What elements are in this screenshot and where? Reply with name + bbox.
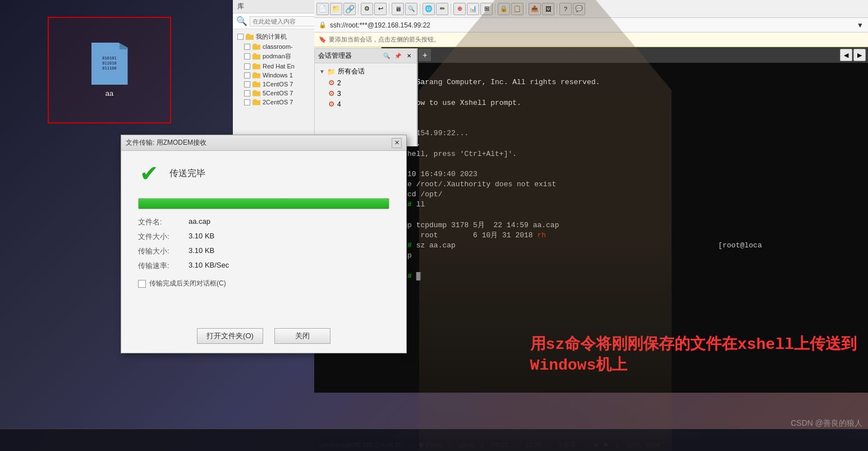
close-dialog-btn[interactable]: 关闭 [274, 328, 330, 344]
dialog-close-btn[interactable]: ✕ [392, 138, 402, 148]
session-panel-close-btn[interactable]: ✕ [405, 52, 414, 61]
toolbar-btn-8[interactable]: ⊕ [453, 3, 466, 15]
info-bar: 🔖 要添加当前会话，点击左侧的箭头按钮。 [314, 33, 868, 47]
tree-checkbox-4[interactable] [244, 81, 250, 88]
session-label-2: 2 [337, 79, 341, 87]
search-input[interactable] [250, 16, 316, 26]
tree-item-3[interactable]: Windows 1 [233, 71, 319, 80]
progress-bar-container [138, 198, 389, 209]
status-sep-5: │ [548, 441, 552, 448]
expand-icon: ▼ [319, 68, 325, 75]
session-item-3[interactable]: ⚙ 3 [315, 88, 417, 99]
status-term: xterm [459, 441, 475, 448]
csdn-watermark: CSDN @善良的狼人 [791, 418, 862, 429]
tree-checkbox-5[interactable] [244, 90, 250, 96]
toolbar-btn-7[interactable]: ✏ [436, 3, 448, 15]
tree-item-4[interactable]: 1CentOS 7 [233, 80, 319, 89]
desktop-file-icon[interactable]: 010101011010011100 aa [48, 17, 171, 123]
desktop: 010101011010011100 aa 库 🔍 我的计算机 classroo… [0, 0, 868, 451]
folder-icon-6 [252, 99, 260, 105]
session-panel-header: 会话管理器 🔍 📌 ✕ [315, 49, 417, 63]
toolbar-help-btn[interactable]: ? [559, 3, 572, 15]
file-manager-search[interactable]: 🔍 [233, 13, 319, 29]
address-text[interactable]: ssh://root:***@192.168.154.99:22 [330, 21, 853, 29]
toolbar-sep-5 [495, 3, 495, 15]
toolbar-btn-5[interactable]: 🔍 [405, 3, 417, 15]
checkmark-icon: ✔ [140, 160, 159, 186]
session-item-4[interactable]: ⚙ 4 [315, 99, 417, 109]
session-tree: ▼ 📁 所有会话 ⚙ 2 ⚙ 3 ⚙ 4 [315, 63, 417, 112]
lock-icon: 🔒 [319, 21, 327, 29]
toolbar-btn-6[interactable]: 🌐 [422, 3, 435, 15]
toolbar-btn-9[interactable]: 📊 [467, 3, 479, 15]
toolbar-btn-2[interactable]: ⚙ [361, 3, 373, 15]
status-nav-left[interactable]: ◀ [593, 441, 598, 448]
dialog-status-row: ✔ 传送完毕 [138, 162, 389, 190]
toolbar-btn-11[interactable]: 🔒 [498, 3, 510, 15]
tree-checkbox-2[interactable] [244, 63, 250, 70]
file-manager-tree: 我的计算机 classroom- podman容 Red Hat En Wind [233, 29, 319, 109]
address-dropdown-icon[interactable]: ▼ [857, 21, 864, 29]
tree-label-4: 1CentOS 7 [263, 81, 293, 88]
file-icon-graphic: 010101011010011100 [91, 43, 128, 85]
folder-icon-5 [252, 90, 260, 96]
folder-icon-2 [252, 63, 260, 70]
dialog-checkbox[interactable] [138, 280, 146, 288]
file-size-value: 3.10 KB [189, 232, 389, 242]
address-bar: 🔒 ssh://root:***@192.168.154.99:22 ▼ [314, 18, 868, 33]
folder-icon-4 [252, 81, 260, 88]
session-panel-title: 会话管理器 [318, 51, 352, 61]
session-panel-search-icon[interactable]: 🔍 [382, 52, 391, 61]
tree-item-5[interactable]: 5CentOS 7 [233, 89, 319, 98]
toolbar-btn-14[interactable]: 🖼 [542, 3, 554, 15]
tree-checkbox-6[interactable] [244, 99, 250, 105]
toolbar-btn-10[interactable]: ⊞ [480, 3, 493, 15]
taskbar [0, 429, 868, 451]
info-bar-text: 要添加当前会话，点击左侧的箭头按钮。 [329, 35, 440, 44]
transfer-rate-label: 传输速率: [138, 261, 189, 271]
toolbar-btn-3[interactable]: ↩ [374, 3, 387, 15]
tree-item-1[interactable]: podman容 [233, 51, 319, 62]
toolbar-btn-12[interactable]: 📋 [511, 3, 523, 15]
status-sep-2: │ [448, 441, 452, 448]
tree-item-2[interactable]: Red Hat En [233, 62, 319, 71]
toolbar-btn-13[interactable]: 📤 [529, 3, 541, 15]
session-item-2[interactable]: ⚙ 2 [315, 77, 417, 88]
tree-label-1: podman容 [263, 52, 291, 61]
tab-nav-left[interactable]: ◀ [840, 49, 852, 61]
tree-label-6: 2CentOS 7 [263, 99, 293, 105]
session-icon-2: ⚙ [328, 79, 335, 87]
tree-item-0[interactable]: classroom- [233, 42, 319, 51]
session-label-4: 4 [337, 100, 341, 108]
tree-item-6[interactable]: 2CentOS 7 [233, 98, 319, 107]
tree-root-checkbox[interactable] [237, 34, 244, 40]
toolbar-new-btn[interactable]: 📄 [316, 3, 329, 15]
tree-label-0: classroom- [263, 43, 293, 50]
tree-checkbox-3[interactable] [244, 72, 250, 79]
status-nav-right[interactable]: ▶ [604, 441, 609, 448]
dialog-body: ✔ 传送完毕 文件名: aa.cap 文件大小: 3.10 KB 传输大小: 3… [121, 151, 406, 323]
transfer-rate-value: 3.10 KB/Sec [189, 261, 389, 271]
open-folder-btn[interactable]: 打开文件夹(O) [197, 328, 263, 344]
toolbar-btn-4[interactable]: 🖥 [392, 3, 404, 15]
tab-nav-right[interactable]: ▶ [853, 49, 866, 61]
dialog-titlebar: 文件传输: 用ZMODEM接收 ✕ [121, 135, 406, 151]
toolbar-chat-btn[interactable]: 💬 [573, 3, 585, 15]
status-num: NUM [646, 441, 660, 448]
toolbar-connect-btn[interactable]: 🔗 [343, 3, 356, 15]
toolbar-open-btn[interactable]: 📁 [330, 3, 342, 15]
tree-checkbox-1[interactable] [244, 53, 250, 59]
tree-checkbox-0[interactable] [244, 44, 250, 50]
tree-root-item[interactable]: 我的计算机 [233, 31, 319, 42]
transfer-size-label: 传输大小: [138, 246, 189, 256]
session-panel-pin-icon[interactable]: 📌 [393, 52, 402, 61]
session-all-sessions[interactable]: ▼ 📁 所有会话 [315, 66, 417, 77]
tree-root-label: 我的计算机 [256, 33, 287, 41]
tab-add-btn[interactable]: + [419, 49, 431, 61]
file-name-label: 文件名: [138, 217, 189, 227]
check-icon: ✔ [138, 162, 160, 185]
status-dot [419, 443, 424, 447]
file-name-value: aa.cap [189, 217, 389, 227]
toolbar-sep-4 [451, 3, 451, 15]
dialog-info-table: 文件名: aa.cap 文件大小: 3.10 KB 传输大小: 3.10 KB … [138, 217, 389, 271]
